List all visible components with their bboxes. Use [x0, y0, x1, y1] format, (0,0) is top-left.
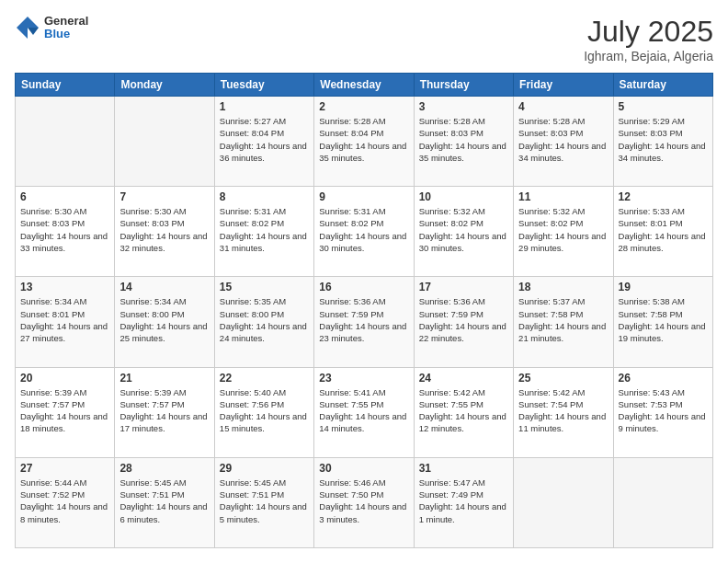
day-info: Sunrise: 5:35 AM Sunset: 8:00 PM Dayligh…: [220, 295, 309, 344]
day-info: Sunrise: 5:30 AM Sunset: 8:03 PM Dayligh…: [119, 205, 209, 254]
day-cell: 1Sunrise: 5:27 AM Sunset: 8:04 PM Daylig…: [214, 97, 313, 187]
day-number: 30: [319, 462, 408, 475]
day-cell: 5Sunrise: 5:29 AM Sunset: 8:03 PM Daylig…: [613, 97, 712, 187]
day-cell: 7Sunrise: 5:30 AM Sunset: 8:03 PM Daylig…: [115, 187, 214, 277]
col-header-thursday: Thursday: [414, 74, 513, 97]
day-number: 13: [20, 281, 109, 293]
day-number: 14: [119, 281, 209, 293]
day-info: Sunrise: 5:45 AM Sunset: 7:51 PM Dayligh…: [220, 477, 309, 525]
calendar-table: SundayMondayTuesdayWednesdayThursdayFrid…: [15, 73, 713, 548]
day-cell: 9Sunrise: 5:31 AM Sunset: 8:02 PM Daylig…: [314, 187, 414, 277]
day-cell: 2Sunrise: 5:28 AM Sunset: 8:04 PM Daylig…: [314, 97, 414, 187]
day-info: Sunrise: 5:45 AM Sunset: 7:51 PM Dayligh…: [119, 477, 209, 525]
logo: General Blue: [15, 15, 88, 41]
day-number: 11: [518, 190, 608, 203]
page: General Blue July 2025 Ighram, Bejaia, A…: [0, 0, 728, 563]
day-number: 24: [419, 372, 508, 385]
day-cell: 19Sunrise: 5:38 AM Sunset: 7:58 PM Dayli…: [613, 277, 712, 367]
day-cell: 20Sunrise: 5:39 AM Sunset: 7:57 PM Dayli…: [16, 367, 115, 457]
day-cell: 11Sunrise: 5:32 AM Sunset: 8:02 PM Dayli…: [514, 187, 613, 277]
header: General Blue July 2025 Ighram, Bejaia, A…: [15, 15, 713, 63]
logo-blue: Blue: [44, 28, 88, 40]
day-number: 26: [619, 372, 708, 385]
day-info: Sunrise: 5:27 AM Sunset: 8:04 PM Dayligh…: [220, 115, 309, 164]
day-number: 12: [619, 190, 708, 203]
day-number: 20: [20, 372, 109, 385]
day-number: 2: [319, 100, 408, 113]
day-cell: [16, 97, 115, 187]
month-title: July 2025: [584, 15, 713, 49]
day-info: Sunrise: 5:34 AM Sunset: 8:00 PM Dayligh…: [119, 295, 209, 344]
day-info: Sunrise: 5:32 AM Sunset: 8:02 PM Dayligh…: [518, 205, 608, 254]
day-cell: 30Sunrise: 5:46 AM Sunset: 7:50 PM Dayli…: [314, 457, 414, 547]
day-number: 4: [518, 100, 608, 113]
day-number: 31: [419, 462, 508, 475]
day-cell: [613, 457, 712, 547]
day-info: Sunrise: 5:41 AM Sunset: 7:55 PM Dayligh…: [319, 386, 408, 435]
day-info: Sunrise: 5:33 AM Sunset: 8:01 PM Dayligh…: [619, 205, 708, 254]
day-info: Sunrise: 5:28 AM Sunset: 8:03 PM Dayligh…: [518, 115, 608, 164]
col-header-friday: Friday: [514, 74, 613, 97]
day-number: 7: [119, 190, 209, 203]
day-cell: 27Sunrise: 5:44 AM Sunset: 7:52 PM Dayli…: [16, 457, 115, 547]
day-info: Sunrise: 5:47 AM Sunset: 7:49 PM Dayligh…: [419, 477, 508, 525]
day-number: 1: [220, 100, 309, 113]
week-row-2: 6Sunrise: 5:30 AM Sunset: 8:03 PM Daylig…: [16, 187, 713, 277]
day-cell: 3Sunrise: 5:28 AM Sunset: 8:03 PM Daylig…: [414, 97, 513, 187]
logo-text: General Blue: [44, 15, 88, 41]
day-info: Sunrise: 5:31 AM Sunset: 8:02 PM Dayligh…: [319, 205, 408, 254]
day-info: Sunrise: 5:39 AM Sunset: 7:57 PM Dayligh…: [119, 386, 209, 435]
day-cell: 10Sunrise: 5:32 AM Sunset: 8:02 PM Dayli…: [414, 187, 513, 277]
title-block: July 2025 Ighram, Bejaia, Algeria: [584, 15, 713, 63]
day-cell: 24Sunrise: 5:42 AM Sunset: 7:55 PM Dayli…: [414, 367, 513, 457]
day-info: Sunrise: 5:34 AM Sunset: 8:01 PM Dayligh…: [20, 295, 109, 344]
day-cell: 4Sunrise: 5:28 AM Sunset: 8:03 PM Daylig…: [514, 97, 613, 187]
day-cell: 31Sunrise: 5:47 AM Sunset: 7:49 PM Dayli…: [414, 457, 513, 547]
day-number: 10: [419, 190, 508, 203]
calendar-body: 1Sunrise: 5:27 AM Sunset: 8:04 PM Daylig…: [16, 97, 713, 548]
logo-icon: [15, 15, 40, 40]
col-header-monday: Monday: [115, 74, 214, 97]
day-number: 5: [619, 100, 708, 113]
day-number: 25: [518, 372, 608, 385]
day-info: Sunrise: 5:36 AM Sunset: 7:59 PM Dayligh…: [319, 295, 408, 344]
day-cell: 18Sunrise: 5:37 AM Sunset: 7:58 PM Dayli…: [514, 277, 613, 367]
header-row: SundayMondayTuesdayWednesdayThursdayFrid…: [16, 74, 713, 97]
day-number: 8: [220, 190, 309, 203]
day-info: Sunrise: 5:31 AM Sunset: 8:02 PM Dayligh…: [220, 205, 309, 254]
svg-marker-1: [28, 28, 39, 35]
day-cell: 12Sunrise: 5:33 AM Sunset: 8:01 PM Dayli…: [613, 187, 712, 277]
day-info: Sunrise: 5:28 AM Sunset: 8:03 PM Dayligh…: [419, 115, 508, 164]
day-number: 6: [20, 190, 109, 203]
day-number: 3: [419, 100, 508, 113]
logo-general: General: [44, 15, 88, 28]
day-cell: [115, 97, 214, 187]
day-number: 18: [518, 281, 608, 293]
calendar-header: SundayMondayTuesdayWednesdayThursdayFrid…: [16, 74, 713, 97]
col-header-wednesday: Wednesday: [314, 74, 414, 97]
day-info: Sunrise: 5:36 AM Sunset: 7:59 PM Dayligh…: [419, 295, 508, 344]
day-info: Sunrise: 5:46 AM Sunset: 7:50 PM Dayligh…: [319, 477, 408, 525]
day-cell: 6Sunrise: 5:30 AM Sunset: 8:03 PM Daylig…: [16, 187, 115, 277]
day-info: Sunrise: 5:42 AM Sunset: 7:55 PM Dayligh…: [419, 386, 508, 435]
day-cell: 28Sunrise: 5:45 AM Sunset: 7:51 PM Dayli…: [115, 457, 214, 547]
day-info: Sunrise: 5:43 AM Sunset: 7:53 PM Dayligh…: [619, 386, 708, 435]
day-cell: 14Sunrise: 5:34 AM Sunset: 8:00 PM Dayli…: [115, 277, 214, 367]
day-cell: 17Sunrise: 5:36 AM Sunset: 7:59 PM Dayli…: [414, 277, 513, 367]
day-info: Sunrise: 5:28 AM Sunset: 8:04 PM Dayligh…: [319, 115, 408, 164]
day-info: Sunrise: 5:39 AM Sunset: 7:57 PM Dayligh…: [20, 386, 109, 435]
day-info: Sunrise: 5:40 AM Sunset: 7:56 PM Dayligh…: [220, 386, 309, 435]
day-cell: 21Sunrise: 5:39 AM Sunset: 7:57 PM Dayli…: [115, 367, 214, 457]
col-header-sunday: Sunday: [16, 74, 115, 97]
day-info: Sunrise: 5:42 AM Sunset: 7:54 PM Dayligh…: [518, 386, 608, 435]
day-info: Sunrise: 5:38 AM Sunset: 7:58 PM Dayligh…: [619, 295, 708, 344]
day-number: 16: [319, 281, 408, 293]
day-number: 21: [119, 372, 209, 385]
day-number: 15: [220, 281, 309, 293]
day-cell: 13Sunrise: 5:34 AM Sunset: 8:01 PM Dayli…: [16, 277, 115, 367]
day-cell: 15Sunrise: 5:35 AM Sunset: 8:00 PM Dayli…: [214, 277, 313, 367]
day-cell: [514, 457, 613, 547]
day-cell: 26Sunrise: 5:43 AM Sunset: 7:53 PM Dayli…: [613, 367, 712, 457]
day-number: 28: [119, 462, 209, 475]
day-cell: 25Sunrise: 5:42 AM Sunset: 7:54 PM Dayli…: [514, 367, 613, 457]
